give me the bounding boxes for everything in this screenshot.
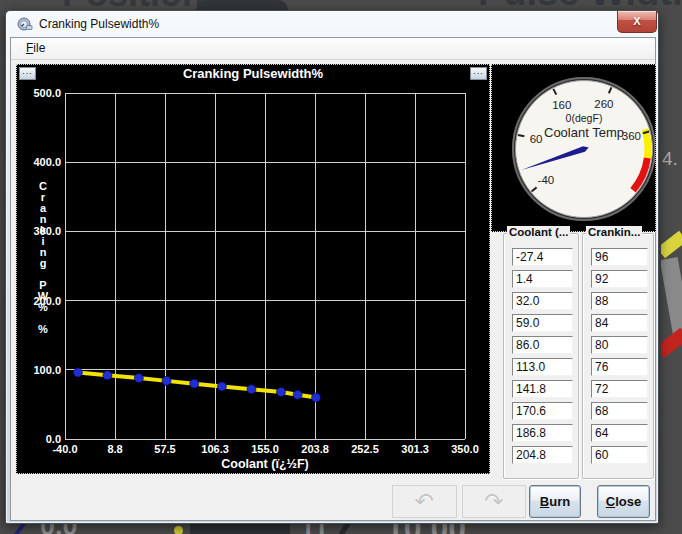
cranking-bin-input[interactable]	[591, 292, 648, 310]
gauge-tick-label: 60	[530, 133, 543, 145]
cranking-bin-input[interactable]	[591, 314, 648, 332]
background-needle-fragment	[338, 524, 351, 534]
x-axis-tick-label: 252.5	[351, 443, 379, 455]
cranking-bin-input[interactable]	[591, 424, 648, 442]
x-axis-tick-label: 8.8	[107, 443, 122, 455]
coolant-bin-input[interactable]	[512, 380, 573, 398]
y-axis-tick-label: 400.0	[33, 156, 61, 168]
cranking-bin-input[interactable]	[591, 380, 648, 398]
chart-data-point[interactable]	[247, 385, 256, 394]
coolant-bin-input[interactable]	[512, 248, 573, 266]
app-icon	[17, 16, 33, 32]
background-number-fragment: 10.00	[386, 524, 466, 534]
background-text-position: Position	[62, 0, 204, 10]
x-axis-tick-label: 350.0	[451, 443, 479, 455]
y-axis-tick-label: 200.0	[33, 295, 61, 307]
coolant-bins-group: Coolant (...	[503, 233, 579, 479]
y-axis-tick-label: 100.0	[33, 364, 61, 376]
close-icon: X	[633, 15, 640, 27]
cranking-bin-input[interactable]	[591, 248, 648, 266]
chart-data-point[interactable]	[162, 376, 171, 385]
cranking-bins-group: Crankin...	[582, 233, 654, 479]
window-title: Cranking Pulsewidth%	[39, 11, 159, 37]
x-axis-tick-label: 301.3	[401, 443, 429, 455]
gauge-value-label: 0(degF)	[566, 112, 603, 124]
coolant-bin-input[interactable]	[512, 292, 573, 310]
x-axis-tick-label: -40.0	[52, 443, 77, 455]
y-axis-tick-label: 300.0	[33, 225, 61, 237]
chart-data-point[interactable]	[134, 374, 143, 383]
chart-data-point[interactable]	[293, 390, 302, 399]
desktop-background-right: 4.	[661, 10, 682, 534]
x-axis-tick-label: 155.0	[251, 443, 279, 455]
x-axis-tick-label: 203.8	[301, 443, 329, 455]
chart-data-point[interactable]	[103, 371, 112, 380]
chart-data-point[interactable]	[277, 387, 286, 396]
coolant-bin-input[interactable]	[512, 424, 573, 442]
cranking-bin-input[interactable]	[591, 358, 648, 376]
menu-bar: File	[11, 38, 655, 60]
gauge-tick-label: 260	[594, 98, 613, 110]
redo-button[interactable]: ↷	[462, 485, 526, 518]
cranking-bin-input[interactable]	[591, 270, 648, 288]
background-dot-fragment	[174, 526, 183, 534]
gauge-tick-label: 160	[552, 99, 571, 111]
coolant-bin-input[interactable]	[512, 402, 573, 420]
background-number-fragment: 0.0	[40, 524, 78, 534]
background-number-fragment: 11	[300, 524, 329, 534]
chart-panel: ... ... Cranking Pulsewidth% C r a n k i…	[16, 64, 490, 474]
undo-icon: ↶	[415, 488, 434, 514]
cranking-pulsewidth-dialog: Cranking Pulsewidth% X File ... ... Cran…	[5, 10, 659, 524]
cranking-bin-input[interactable]	[591, 446, 648, 464]
background-red-arc-fragment	[661, 328, 682, 359]
y-axis-tick-label: 500.0	[33, 87, 61, 99]
desktop-background-top: Position Pulse Width 1	[0, 0, 682, 10]
dialog-content: File ... ... Cranking Pulsewidth% C r a …	[10, 37, 656, 521]
x-axis-tick-label: 106.3	[201, 443, 229, 455]
close-dialog-button[interactable]: Close	[597, 485, 650, 518]
background-text-pulse-width: Pulse Width 1	[478, 0, 682, 10]
coolant-temp-gauge: -40601602603600(degF)Coolant Temp	[509, 74, 656, 224]
coolant-bin-input[interactable]	[512, 446, 573, 464]
title-bar[interactable]: Cranking Pulsewidth% X	[6, 11, 658, 37]
chart-data-point[interactable]	[312, 393, 321, 402]
background-text-fragment: 4.	[662, 148, 678, 170]
chart-data-point[interactable]	[73, 368, 82, 377]
coolant-bin-input[interactable]	[512, 336, 573, 354]
close-button[interactable]: X	[617, 11, 657, 33]
burn-button-label: Burn	[530, 486, 580, 517]
undo-button[interactable]: ↶	[392, 485, 457, 518]
coolant-gauge-panel: -40601602603600(degF)Coolant Temp	[491, 64, 656, 232]
background-needle-fragment	[14, 524, 26, 534]
background-gauge-fragment	[196, 0, 288, 10]
cranking-bin-input[interactable]	[591, 402, 648, 420]
desktop-background-bottom: 0.0 11 10.00	[0, 524, 661, 534]
chart-canvas: 0.0100.0200.0300.0400.0500.0-40.08.857.5…	[17, 65, 489, 473]
coolant-group-title: Coolant (...	[507, 226, 570, 238]
coolant-bin-input[interactable]	[512, 314, 573, 332]
gauge-tick	[518, 135, 524, 136]
gauge-title: Coolant Temp	[544, 125, 624, 140]
redo-icon: ↷	[484, 488, 503, 514]
chart-data-point[interactable]	[190, 379, 199, 388]
coolant-bin-input[interactable]	[512, 270, 573, 288]
close-button-label: Close	[598, 486, 649, 517]
gauge-tick-label: 360	[622, 130, 641, 142]
background-yellow-arc-fragment	[661, 231, 682, 258]
x-axis-label: Coolant (ï¿½F)	[221, 457, 309, 471]
menu-file[interactable]: File	[19, 38, 52, 57]
cranking-group-title: Crankin...	[586, 226, 642, 238]
gauge-tick-label: -40	[538, 174, 555, 186]
chart-data-point[interactable]	[217, 382, 226, 391]
burn-button[interactable]: Burn	[529, 485, 581, 518]
cranking-bin-input[interactable]	[591, 336, 648, 354]
background-dark-fragment	[190, 524, 290, 534]
coolant-bin-input[interactable]	[512, 358, 573, 376]
x-axis-tick-label: 57.5	[154, 443, 175, 455]
